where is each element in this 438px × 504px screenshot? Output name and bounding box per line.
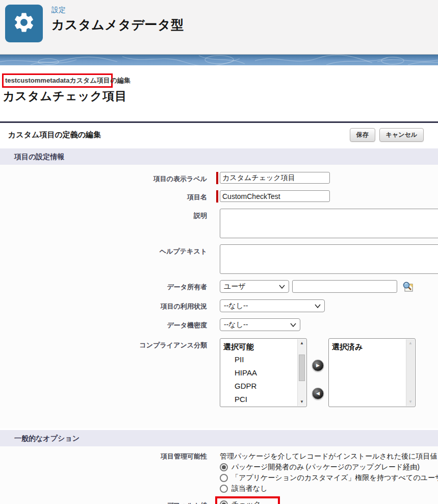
field-usage-label: 項目の利用状況 bbox=[0, 299, 207, 312]
radio-package-developer[interactable] bbox=[220, 463, 228, 471]
data-owner-type-value: ユーザ bbox=[224, 282, 246, 291]
setup-header: 設定 カスタムメタデータ型 bbox=[0, 0, 438, 55]
manageability-description: 管理パッケージを介してレコードがインストールされた後に項目値を bbox=[220, 451, 438, 461]
display-label-input[interactable] bbox=[220, 172, 330, 184]
list-item[interactable]: PCI bbox=[223, 393, 296, 406]
setup-link[interactable]: 設定 bbox=[51, 6, 184, 15]
radio-option: チェック bbox=[220, 500, 261, 504]
selected-listbox[interactable]: 選択済み ▲ ▼ bbox=[328, 338, 416, 407]
compliance-dual-listbox: 選択可能 PII HIPAA GDPR PCI ▲ ▼ bbox=[220, 338, 416, 407]
scrollbar-thumb[interactable] bbox=[299, 355, 305, 381]
description-textarea[interactable] bbox=[220, 209, 438, 238]
radio-label: チェック bbox=[231, 500, 261, 504]
scroll-down-icon: ▼ bbox=[406, 398, 415, 406]
general-options-form: 項目管理可能性 管理パッケージを介してレコードがインストールされた後に項目値を … bbox=[0, 446, 438, 504]
data-owner-lookup-input[interactable] bbox=[292, 280, 397, 293]
breadcrumb-highlight[interactable]: testcustommetadataカスタム項目 bbox=[2, 73, 113, 88]
row-help-text: ヘルプテキスト bbox=[0, 244, 438, 274]
default-value-label: デフォルト値 bbox=[0, 496, 207, 504]
chevron-down-icon bbox=[290, 323, 296, 327]
api-name-input[interactable] bbox=[220, 190, 330, 202]
lookup-icon[interactable] bbox=[401, 280, 415, 293]
page-root: 設定 カスタムメタデータ型 testcustommetadataカスタ bbox=[0, 0, 438, 504]
data-sensitivity-label: データ機密度 bbox=[0, 318, 207, 331]
compliance-label: コンプライアンス分類 bbox=[0, 338, 207, 407]
data-sensitivity-value: --なし-- bbox=[224, 320, 248, 330]
list-item[interactable]: HIPAA bbox=[223, 366, 296, 380]
field-definition-panel: カスタム項目の定義の編集 保存 キャンセル 項目の設定情報 項目の表示ラベル 項… bbox=[0, 121, 438, 504]
radio-label: 「アプリケーションのカスタマイズ」権限を持つすべてのユーザ (管 bbox=[231, 473, 438, 483]
decorative-banner bbox=[0, 55, 438, 65]
list-item[interactable]: PII bbox=[223, 353, 296, 366]
list-item[interactable]: GDPR bbox=[223, 380, 296, 393]
section-general-options: 一般的なオプション bbox=[0, 430, 438, 446]
required-marker bbox=[216, 172, 218, 184]
radio-option: 「アプリケーションのカスタマイズ」権限を持つすべてのユーザ (管 bbox=[220, 473, 438, 483]
save-button[interactable]: 保存 bbox=[350, 128, 375, 142]
move-buttons: ▶ ◀ bbox=[312, 360, 324, 399]
scroll-up-icon[interactable]: ▲ bbox=[298, 339, 306, 347]
selected-header: 選択済み bbox=[332, 341, 405, 353]
scrollbar: ▲ ▼ bbox=[406, 339, 415, 406]
required-marker bbox=[216, 190, 218, 203]
section-field-info: 項目の設定情報 bbox=[0, 148, 438, 165]
manageability-label: 項目管理可能性 bbox=[0, 451, 207, 493]
gear-icon bbox=[12, 11, 36, 36]
scrollbar[interactable]: ▲ ▼ bbox=[297, 339, 306, 406]
display-label-label: 項目の表示ラベル bbox=[0, 172, 207, 184]
radio-customize-app-users[interactable] bbox=[220, 474, 228, 482]
panel-title: カスタム項目の定義の編集 bbox=[8, 130, 101, 140]
radio-option: パッケージ開発者のみ (パッケージのアップグレード経由) bbox=[220, 463, 438, 472]
chevron-down-icon bbox=[315, 304, 321, 308]
description-label: 説明 bbox=[0, 209, 207, 238]
radio-no-one[interactable] bbox=[220, 485, 228, 493]
chevron-down-icon bbox=[279, 285, 285, 289]
help-text-label: ヘルプテキスト bbox=[0, 244, 207, 274]
arrow-left-icon: ◀ bbox=[316, 391, 320, 396]
available-header: 選択可能 bbox=[223, 341, 296, 353]
field-info-form: 項目の表示ラベル 項目名 説明 ヘルプテキス bbox=[0, 165, 438, 429]
cancel-button[interactable]: キャンセル bbox=[379, 128, 424, 142]
help-text-textarea[interactable] bbox=[220, 244, 438, 274]
row-display-label: 項目の表示ラベル bbox=[0, 172, 438, 184]
panel-buttons: 保存 キャンセル bbox=[350, 128, 424, 142]
data-owner-label: データ所有者 bbox=[0, 280, 207, 293]
remove-selected-button[interactable]: ◀ bbox=[312, 388, 324, 399]
data-sensitivity-select[interactable]: --なし-- bbox=[220, 318, 300, 331]
breadcrumb: testcustommetadataカスタム項目の編集 bbox=[2, 73, 438, 88]
radio-label: 該当者なし bbox=[231, 484, 268, 493]
row-description: 説明 bbox=[0, 209, 438, 238]
banner-swirl-pattern bbox=[0, 55, 438, 65]
data-owner-type-select[interactable]: ユーザ bbox=[220, 280, 289, 293]
scroll-down-icon[interactable]: ▼ bbox=[298, 398, 306, 406]
row-api-name: 項目名 bbox=[0, 190, 438, 203]
annotation-box: チェック bbox=[215, 496, 280, 504]
arrow-right-icon: ▶ bbox=[316, 363, 320, 368]
panel-header: カスタム項目の定義の編集 保存 キャンセル bbox=[0, 123, 438, 147]
row-field-usage: 項目の利用状況 --なし-- bbox=[0, 299, 438, 312]
page-title: カスタムチェック項目 bbox=[3, 88, 438, 104]
radio-option: 該当者なし bbox=[220, 484, 438, 493]
field-usage-value: --なし-- bbox=[224, 301, 248, 311]
available-listbox[interactable]: 選択可能 PII HIPAA GDPR PCI ▲ ▼ bbox=[220, 338, 307, 407]
row-default-value: デフォルト値 チェック チェックなし bbox=[0, 496, 438, 504]
add-selected-button[interactable]: ▶ bbox=[312, 360, 324, 371]
radio-label: パッケージ開発者のみ (パッケージのアップグレード経由) bbox=[231, 463, 420, 472]
radio-checked-default[interactable] bbox=[220, 500, 228, 504]
breadcrumb-area: testcustommetadataカスタム項目の編集 カスタムチェック項目 bbox=[0, 65, 438, 104]
api-name-label: 項目名 bbox=[0, 190, 207, 203]
row-manageability: 項目管理可能性 管理パッケージを介してレコードがインストールされた後に項目値を … bbox=[0, 451, 438, 493]
row-data-sensitivity: データ機密度 --なし-- bbox=[0, 318, 438, 331]
breadcrumb-suffix: の編集 bbox=[111, 77, 131, 84]
row-data-owner: データ所有者 ユーザ bbox=[0, 280, 438, 293]
row-compliance: コンプライアンス分類 選択可能 PII HIPAA GDPR PCI ▲ bbox=[0, 338, 438, 407]
field-usage-select[interactable]: --なし-- bbox=[220, 299, 325, 312]
setup-gear-tile bbox=[5, 5, 43, 42]
app-title: カスタムメタデータ型 bbox=[51, 16, 184, 33]
scroll-up-icon: ▲ bbox=[406, 339, 415, 347]
